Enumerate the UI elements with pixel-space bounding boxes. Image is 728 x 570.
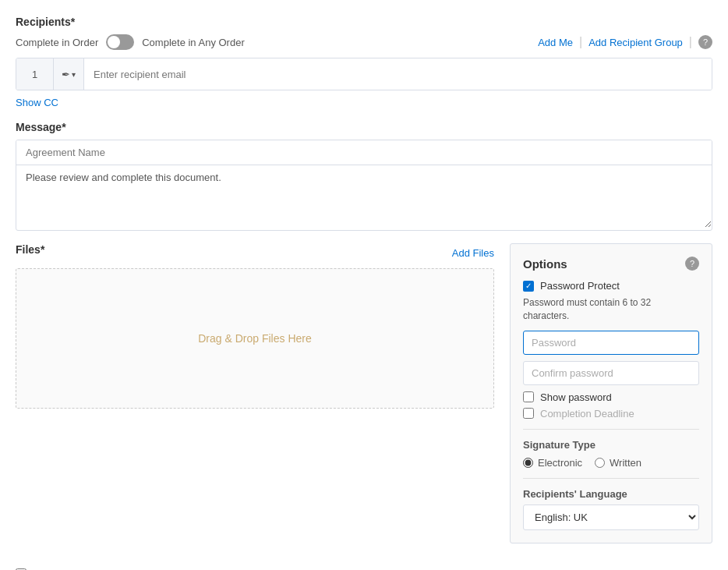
complete-in-order-toggle[interactable] bbox=[106, 34, 134, 50]
files-header: Files* Add Files bbox=[16, 243, 494, 262]
completion-deadline-row: Completion Deadline bbox=[523, 408, 699, 420]
show-password-checkbox[interactable] bbox=[523, 391, 534, 402]
password-input[interactable] bbox=[523, 331, 699, 355]
drop-zone-text: Drag & Drop Files Here bbox=[198, 332, 312, 345]
signature-type-label: Signature Type bbox=[523, 439, 699, 451]
toggle-slider bbox=[106, 34, 134, 50]
recipient-row: 1 ✒ ▾ bbox=[16, 58, 712, 90]
section-label: Recipients* bbox=[16, 16, 712, 28]
left-panel: Files* Add Files Drag & Drop Files Here bbox=[16, 243, 494, 543]
recipients-help-icon[interactable]: ? bbox=[698, 35, 712, 49]
add-files-button[interactable]: Add Files bbox=[452, 247, 494, 259]
add-me-button[interactable]: Add Me bbox=[538, 37, 573, 48]
electronic-option: Electronic bbox=[523, 457, 582, 469]
options-header: Options ? bbox=[523, 257, 699, 271]
files-label: Files* bbox=[16, 243, 44, 256]
divider: | bbox=[579, 35, 582, 49]
add-recipient-group-button[interactable]: Add Recipient Group bbox=[588, 37, 683, 48]
pen-icon-button[interactable]: ✒ ▾ bbox=[54, 58, 84, 90]
drop-zone[interactable]: Drag & Drop Files Here bbox=[16, 268, 494, 409]
options-title: Options bbox=[523, 257, 567, 271]
password-protect-checkbox[interactable]: ✓ bbox=[523, 281, 534, 292]
written-radio[interactable] bbox=[595, 458, 605, 468]
pen-icon: ✒ bbox=[62, 69, 70, 80]
show-cc-button[interactable]: Show CC bbox=[16, 97, 58, 108]
completion-deadline-label: Completion Deadline bbox=[540, 408, 634, 420]
message-textarea[interactable]: Please review and complete this document… bbox=[16, 165, 712, 228]
footer-row: Preview & Add Signature Fields bbox=[16, 559, 712, 570]
password-hint: Password must contain 6 to 32 characters… bbox=[523, 296, 699, 323]
show-password-label: Show password bbox=[540, 391, 612, 403]
options-panel: Options ? ✓ Password Protect Password mu… bbox=[510, 243, 712, 543]
message-label: Message* bbox=[16, 121, 712, 133]
electronic-radio[interactable] bbox=[523, 458, 533, 468]
recipients-language-label: Recipients' Language bbox=[523, 488, 699, 500]
complete-in-order-label: Complete in Order bbox=[16, 37, 98, 48]
signature-type-row: Electronic Written bbox=[523, 457, 699, 469]
separator-1 bbox=[523, 429, 699, 430]
agreement-name-input[interactable] bbox=[16, 140, 712, 165]
written-label: Written bbox=[610, 457, 641, 469]
divider2: | bbox=[689, 35, 692, 49]
language-select[interactable]: English: UK English: US French German Sp… bbox=[523, 505, 699, 530]
separator-2 bbox=[523, 478, 699, 479]
complete-any-order-label: Complete in Any Order bbox=[142, 37, 245, 48]
electronic-label: Electronic bbox=[538, 457, 582, 469]
recipient-email-input[interactable] bbox=[84, 58, 712, 90]
written-option: Written bbox=[595, 457, 641, 469]
options-help-icon[interactable]: ? bbox=[685, 257, 699, 271]
confirm-password-input[interactable] bbox=[523, 361, 699, 385]
password-protect-row: ✓ Password Protect bbox=[523, 280, 699, 292]
show-password-row: Show password bbox=[523, 391, 699, 403]
chevron-down-icon: ▾ bbox=[72, 70, 76, 79]
recipient-number: 1 bbox=[16, 58, 54, 90]
password-protect-label: Password Protect bbox=[540, 280, 620, 292]
message-box: Please review and complete this document… bbox=[16, 140, 712, 231]
main-content: Files* Add Files Drag & Drop Files Here … bbox=[16, 243, 712, 543]
completion-deadline-checkbox[interactable] bbox=[523, 408, 534, 419]
message-section: Message* Please review and complete this… bbox=[16, 121, 712, 231]
